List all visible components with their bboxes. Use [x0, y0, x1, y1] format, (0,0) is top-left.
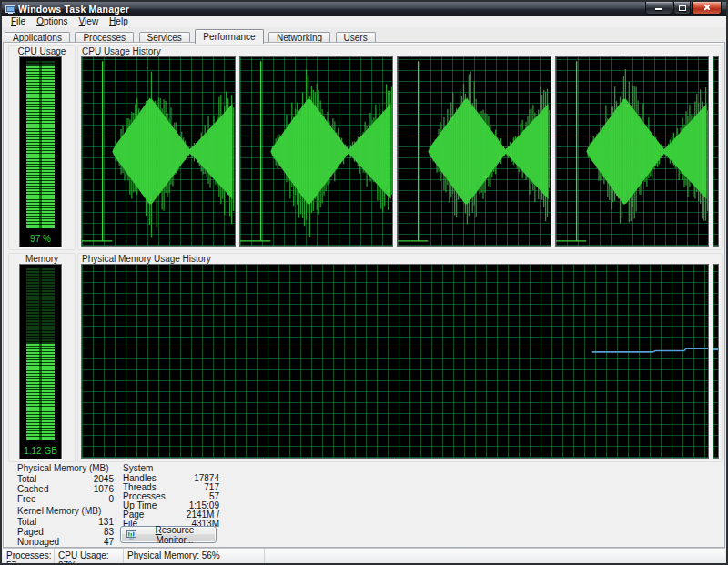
memory-history-label: Physical Memory Usage History	[82, 254, 211, 264]
menu-bar: File Options View Help	[2, 16, 726, 27]
memory-group: Memory 1.12 GB	[8, 253, 76, 462]
cpu-history-group: CPU Usage History	[77, 45, 723, 250]
kernel-memory-title: Kernel Memory (MB)	[14, 506, 116, 517]
memory-led-lit	[26, 344, 55, 440]
menu-help[interactable]: Help	[104, 16, 134, 27]
status-bar: Processes: 57 CPU Usage: 97% Physical Me…	[3, 548, 725, 564]
status-processes: Processes: 57	[3, 549, 55, 564]
physical-memory-free-row: Free 0	[14, 494, 116, 504]
titlebar[interactable]: Windows Task Manager	[2, 2, 726, 16]
maximize-button[interactable]	[673, 2, 691, 15]
maximize-icon	[679, 5, 686, 11]
memory-history-group: Physical Memory Usage History	[77, 253, 723, 462]
stat-label: Cached	[17, 484, 48, 494]
menu-file[interactable]: File	[5, 16, 31, 27]
cpu-usage-gauge: 97 %	[19, 56, 62, 247]
status-physical-memory: Physical Memory: 56%	[124, 549, 265, 564]
kernel-memory-nonpaged-row: Nonpaged 47	[14, 537, 116, 547]
cpu-usage-group: CPU Usage 97 %	[8, 45, 76, 250]
physical-memory-title: Physical Memory (MB)	[14, 463, 116, 474]
kernel-memory-total-row: Total 131	[14, 517, 116, 527]
memory-history-graph	[81, 264, 709, 459]
stat-value: 83	[104, 527, 114, 537]
cpu-history-graph-3	[397, 56, 551, 247]
app-icon	[5, 5, 15, 15]
status-cpu-usage: CPU Usage: 97%	[55, 549, 124, 564]
stat-label: Free	[17, 494, 36, 504]
resource-monitor-label: Resource Monitor...	[139, 525, 210, 545]
cpu-history-graph-2	[239, 56, 394, 247]
tab-bar: Applications Processes Services Performa…	[2, 27, 726, 42]
cpu-led-lit	[26, 66, 55, 228]
close-icon	[703, 4, 711, 11]
menu-view[interactable]: View	[74, 16, 105, 27]
stat-value: 0	[108, 494, 114, 504]
physical-memory-total-row: Total 2045	[14, 474, 116, 484]
window-controls	[645, 2, 722, 15]
memory-gauge: 1.12 GB	[19, 264, 62, 459]
stat-label: Paged	[17, 527, 44, 537]
memory-history-sliver-line	[713, 348, 718, 350]
memory-value: 1.12 GB	[20, 446, 61, 456]
cpu-history-graph-4	[555, 56, 710, 247]
stat-value: 2045	[94, 474, 114, 484]
physical-memory-cached-row: Cached 1076	[14, 484, 116, 494]
cpu-usage-label: CPU Usage	[9, 46, 75, 56]
resource-monitor-icon	[126, 530, 136, 540]
physical-memory-group: Physical Memory (MB) Total 2045 Cached 1…	[14, 463, 116, 505]
performance-panel: CPU Usage 97 % CPU Usage History Memory	[3, 42, 725, 548]
minimize-icon	[655, 8, 662, 10]
close-button[interactable]	[692, 2, 722, 15]
cpu-history-graph-1	[81, 56, 236, 247]
window-title: Windows Task Manager	[18, 4, 129, 15]
memory-history-sliver	[713, 264, 719, 459]
memory-label: Memory	[9, 254, 75, 264]
memory-history-panels	[81, 264, 719, 459]
task-manager-window: Windows Task Manager File Options View H…	[0, 0, 728, 565]
menu-options[interactable]: Options	[31, 16, 73, 27]
status-filler	[265, 549, 725, 564]
stat-value: 131	[98, 517, 114, 527]
resource-monitor-button[interactable]: Resource Monitor...	[120, 526, 217, 543]
kernel-memory-group: Kernel Memory (MB) Total 131 Paged 83 No…	[14, 506, 116, 546]
stat-value: 1076	[94, 484, 114, 494]
system-group: System Handles 17874 Threads 717 Process…	[119, 463, 221, 521]
stat-label: Total	[17, 517, 36, 527]
cpu-history-panels	[81, 56, 719, 247]
tab-performance[interactable]: Performance	[195, 29, 263, 44]
stat-value: 47	[104, 537, 114, 547]
memory-led-track	[26, 268, 55, 440]
cpu-history-sliver	[713, 56, 719, 247]
minimize-button[interactable]	[645, 2, 672, 15]
kernel-memory-paged-row: Paged 83	[14, 527, 116, 537]
stat-label: Nonpaged	[17, 537, 59, 547]
cpu-history-label: CPU Usage History	[82, 46, 161, 56]
stat-label: Total	[17, 474, 36, 484]
cpu-usage-value: 97 %	[20, 234, 61, 244]
cpu-led-track	[26, 61, 55, 228]
